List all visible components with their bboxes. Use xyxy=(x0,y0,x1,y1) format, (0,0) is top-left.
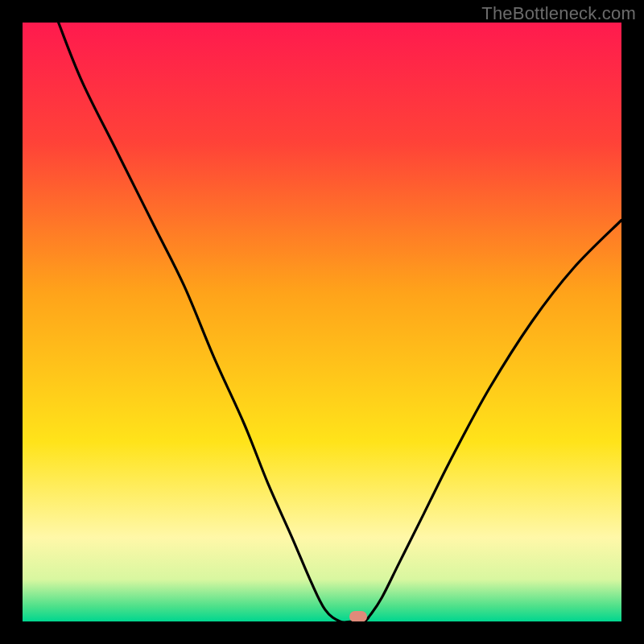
plot-area xyxy=(23,23,621,621)
chart-frame: TheBottleneck.com xyxy=(0,0,644,644)
watermark-text: TheBottleneck.com xyxy=(481,3,636,24)
bottleneck-curve xyxy=(23,23,621,621)
curve-path xyxy=(59,23,621,621)
optimum-marker xyxy=(349,611,367,621)
